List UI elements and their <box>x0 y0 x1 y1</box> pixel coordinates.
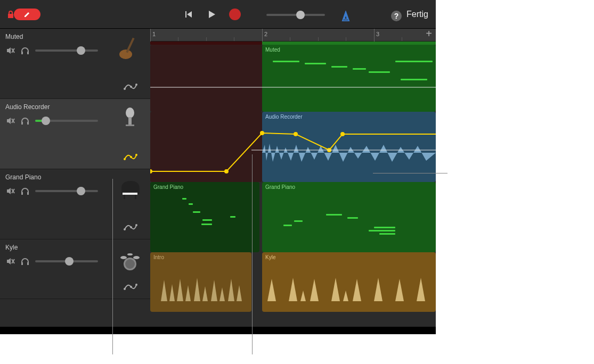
bottom-bar <box>0 327 436 334</box>
automation-toggle[interactable] <box>124 282 137 291</box>
volume-knob[interactable] <box>77 46 85 55</box>
volume-slider[interactable] <box>35 260 98 262</box>
svg-point-39 <box>130 286 132 288</box>
bass-guitar-icon <box>117 35 143 61</box>
svg-marker-63 <box>331 278 340 301</box>
headphones-icon[interactable] <box>20 46 30 55</box>
help-button[interactable]: ? <box>391 11 402 21</box>
svg-marker-49 <box>161 280 167 301</box>
svg-point-13 <box>126 107 134 118</box>
automation-toggle[interactable] <box>124 222 137 231</box>
svg-rect-23 <box>123 193 137 195</box>
region-grand-piano-1[interactable]: Grand Piano <box>150 182 259 252</box>
mute-icon[interactable] <box>5 46 15 55</box>
ruler[interactable]: 1 2 3 + <box>150 29 436 42</box>
region-row: Grand Piano Grand Piano <box>150 182 436 252</box>
svg-marker-68 <box>417 278 425 301</box>
svg-marker-61 <box>300 291 306 301</box>
svg-point-4 <box>119 49 132 59</box>
svg-point-36 <box>133 256 140 259</box>
region-kyle[interactable]: Kyle <box>262 252 436 312</box>
svg-rect-2 <box>21 52 23 54</box>
svg-marker-50 <box>169 284 175 301</box>
play-button[interactable] <box>205 7 218 21</box>
toolbar: ? Fertig <box>0 0 436 29</box>
svg-marker-53 <box>194 278 200 301</box>
region-muted[interactable]: Muted <box>262 45 436 112</box>
app-window: ? Fertig Muted <box>0 0 436 327</box>
region-label: Grand Piano <box>150 182 259 192</box>
mute-icon[interactable] <box>5 186 15 196</box>
regions-area[interactable]: Muted Audio Recorder <box>150 42 436 327</box>
svg-marker-64 <box>343 291 348 301</box>
svg-marker-67 <box>395 279 404 301</box>
edit-toggle[interactable] <box>14 9 40 20</box>
callout-line <box>373 173 447 173</box>
mute-icon[interactable] <box>5 257 15 266</box>
svg-point-34 <box>125 259 135 269</box>
svg-marker-65 <box>353 279 361 301</box>
volume-slider[interactable] <box>35 190 98 192</box>
svg-point-17 <box>130 156 132 158</box>
svg-marker-62 <box>310 279 319 301</box>
bar-label: 1 <box>152 31 156 37</box>
record-icon <box>229 9 241 20</box>
volume-slider[interactable] <box>35 49 98 52</box>
automation-toggle[interactable] <box>124 81 137 91</box>
volume-knob[interactable] <box>65 257 74 266</box>
zoom-knob[interactable] <box>296 11 305 19</box>
volume-knob[interactable] <box>77 187 85 195</box>
region-empty[interactable] <box>150 112 262 182</box>
mute-icon[interactable] <box>5 116 15 126</box>
region-intro[interactable]: Intro <box>150 252 251 312</box>
svg-point-38 <box>124 288 126 290</box>
waveform <box>262 139 436 166</box>
svg-rect-12 <box>27 122 29 125</box>
svg-marker-59 <box>267 279 276 301</box>
svg-rect-5 <box>126 38 134 53</box>
svg-rect-32 <box>27 262 29 265</box>
track-header-audio-recorder[interactable]: Audio Recorder <box>0 99 150 169</box>
zoom-slider[interactable] <box>266 14 325 16</box>
region-label: Audio Recorder <box>262 112 436 122</box>
headphones-icon[interactable] <box>20 186 30 196</box>
svg-rect-22 <box>27 192 29 195</box>
region-label: Kyle <box>262 252 436 262</box>
svg-rect-3 <box>27 52 29 54</box>
region-audio-recorder[interactable]: Audio Recorder <box>262 112 436 182</box>
done-button[interactable]: Fertig <box>406 10 428 19</box>
svg-point-7 <box>130 86 132 88</box>
svg-marker-52 <box>185 285 191 301</box>
region-label: Intro <box>150 252 251 262</box>
track-header-kyle[interactable]: Kyle <box>0 239 150 299</box>
region-row: Muted <box>150 45 436 112</box>
region-empty[interactable] <box>150 45 262 112</box>
microphone-icon <box>117 105 143 131</box>
svg-point-18 <box>135 154 137 156</box>
svg-marker-66 <box>374 278 383 301</box>
bar-label: 2 <box>264 31 267 37</box>
callout-line <box>252 154 253 354</box>
add-section-button[interactable]: + <box>424 30 434 39</box>
svg-point-6 <box>124 88 126 90</box>
record-button[interactable] <box>228 7 242 21</box>
automation-toggle[interactable] <box>124 152 137 161</box>
goto-start-button[interactable] <box>181 7 195 21</box>
region-grand-piano-2[interactable]: Grand Piano <box>262 182 436 252</box>
drum-kit-icon <box>117 246 143 271</box>
svg-rect-11 <box>21 122 23 125</box>
headphones-icon[interactable] <box>20 257 30 266</box>
svg-rect-15 <box>126 125 134 126</box>
track-header-muted[interactable]: Muted <box>0 29 150 99</box>
timeline[interactable]: 1 2 3 + <box>150 29 436 327</box>
svg-point-37 <box>127 253 133 255</box>
drum-pattern <box>262 275 436 301</box>
metronome-button[interactable] <box>340 11 352 22</box>
volume-slider[interactable] <box>35 120 98 122</box>
volume-knob[interactable] <box>42 117 50 125</box>
svg-rect-31 <box>21 262 23 265</box>
region-label: Muted <box>262 45 436 55</box>
svg-marker-60 <box>289 278 297 301</box>
track-header-grand-piano[interactable]: Grand Piano <box>0 169 150 239</box>
headphones-icon[interactable] <box>20 116 30 126</box>
